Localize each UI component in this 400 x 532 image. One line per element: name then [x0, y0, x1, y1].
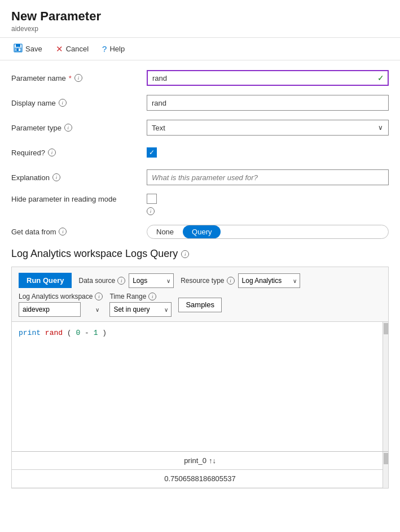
display-name-row: Display name i [11, 94, 389, 111]
code-punct-dash: - [85, 329, 89, 337]
cancel-icon: ✕ [56, 44, 63, 54]
results-row: 0.7506588186805537 [12, 470, 388, 488]
scrollbar-thumb[interactable] [384, 323, 388, 334]
parameter-name-row: Parameter name * i ✓ [11, 69, 389, 86]
hide-param-info-icon[interactable]: i [147, 207, 155, 215]
get-data-control: None Query [147, 225, 389, 239]
explanation-row: Explanation i [11, 169, 389, 186]
check-icon: ✓ [377, 73, 384, 82]
workspace-select-wrapper: aidevexp [19, 302, 103, 317]
parameter-type-label: Parameter type i [11, 124, 147, 132]
help-button[interactable]: ? Help [100, 43, 127, 55]
resource-type-select-wrapper: Log Analytics [238, 273, 300, 288]
results-area: print_0 ↑↓ 0.7506588186805537 [12, 451, 388, 488]
time-range-label: Time Range i [109, 293, 172, 300]
workspace-label: Log Analytics workspace i [19, 293, 103, 300]
run-query-button[interactable]: Run Query [19, 273, 72, 288]
time-range-select-wrapper: Set in query [109, 302, 172, 317]
datasource-select[interactable]: Logs [129, 273, 174, 288]
query-row2: Log Analytics workspace i aidevexp Time … [19, 293, 381, 317]
results-scrollbar[interactable] [383, 452, 388, 488]
datasource-label: Data source i [78, 277, 125, 285]
parameter-type-row: Parameter type i Text [11, 119, 389, 136]
workspace-group: Log Analytics workspace i aidevexp [19, 293, 103, 317]
query-panel: Run Query Data source i Logs Resource ty… [11, 267, 389, 489]
datasource-select-wrapper: Logs [129, 273, 174, 288]
results-scrollbar-thumb[interactable] [384, 453, 388, 464]
display-name-label: Display name i [11, 99, 147, 107]
explanation-control [147, 169, 389, 185]
required-label: Required? i [11, 149, 147, 157]
hide-param-checkbox[interactable] [147, 194, 157, 204]
parameter-type-info-icon[interactable]: i [64, 124, 72, 132]
get-data-info-icon[interactable]: i [59, 228, 67, 236]
code-punct-close: ) [102, 329, 107, 337]
resource-type-select[interactable]: Log Analytics [238, 273, 300, 288]
toggle-none-button[interactable]: None [147, 225, 183, 238]
display-name-input[interactable] [147, 95, 389, 111]
toggle-group: None Query [147, 225, 389, 239]
cancel-button[interactable]: ✕ Cancel [54, 43, 91, 55]
save-label: Save [25, 45, 42, 53]
parameter-name-label: Parameter name * i [11, 74, 147, 82]
required-marker: * [69, 74, 72, 82]
time-range-group: Time Range i Set in query [109, 293, 172, 317]
workspace-select[interactable]: aidevexp [19, 302, 81, 317]
resource-group: Resource type i Log Analytics [181, 273, 300, 288]
code-area[interactable]: print rand ( 0 - 1 ) [12, 321, 388, 451]
samples-area: Samples [178, 298, 222, 312]
query-controls: Run Query Data source i Logs Resource ty… [12, 267, 388, 321]
help-icon: ? [102, 44, 107, 54]
code-arg-end: 1 [94, 329, 98, 337]
required-row: Required? i [11, 144, 389, 161]
help-label: Help [109, 45, 125, 53]
page-title: New Parameter [11, 9, 389, 24]
cancel-label: Cancel [66, 45, 89, 53]
save-icon [14, 43, 23, 54]
hide-param-control: i [147, 194, 157, 215]
hide-param-label-area: Hide parameter in reading mode [11, 194, 147, 215]
save-button[interactable]: Save [11, 42, 45, 55]
code-funcname: rand [45, 329, 63, 337]
samples-button[interactable]: Samples [178, 298, 222, 312]
resource-type-info-icon[interactable]: i [227, 277, 235, 285]
toolbar: Save ✕ Cancel ? Help [0, 38, 400, 60]
code-line-1: print rand ( 0 - 1 ) [19, 328, 381, 339]
required-info-icon[interactable]: i [48, 149, 56, 156]
parameter-name-input[interactable] [147, 70, 389, 86]
workspace-info-icon[interactable]: i [95, 293, 103, 300]
code-arg-start: 0 [76, 329, 80, 337]
code-keyword: print [19, 329, 41, 337]
section-info-icon[interactable]: i [181, 250, 189, 258]
parameter-type-control: Text [147, 120, 389, 136]
parameter-name-info-icon[interactable]: i [74, 74, 82, 82]
page-header: New Parameter aidevexp [0, 0, 400, 38]
code-punct-open: ( [67, 329, 72, 337]
display-name-control [147, 95, 389, 111]
required-control [147, 147, 389, 158]
get-data-label: Get data from i [11, 228, 147, 236]
section-title: Log Analytics workspace Logs Query i [11, 248, 389, 260]
explanation-info-icon[interactable]: i [52, 173, 60, 181]
form-body: Parameter name * i ✓ Display name i Para… [0, 60, 400, 498]
time-range-info-icon[interactable]: i [148, 293, 156, 300]
datasource-info-icon[interactable]: i [117, 277, 125, 285]
resource-type-label: Resource type i [181, 277, 234, 285]
required-checkbox[interactable] [147, 147, 157, 158]
display-name-info-icon[interactable]: i [59, 99, 67, 107]
datasource-group: Data source i Logs [78, 273, 174, 288]
parameter-name-input-wrapper: ✓ [147, 70, 389, 86]
svg-rect-3 [16, 49, 19, 51]
parameter-type-select[interactable]: Text [147, 120, 389, 136]
page-subtitle: aidevexp [11, 25, 389, 33]
code-scrollbar[interactable] [383, 322, 388, 451]
get-data-row: Get data from i None Query [11, 223, 389, 240]
explanation-label: Explanation i [11, 173, 147, 182]
time-range-select[interactable]: Set in query [109, 302, 172, 317]
hide-param-row: Hide parameter in reading mode i [11, 194, 389, 215]
results-header: print_0 ↑↓ [12, 452, 388, 470]
explanation-input[interactable] [147, 169, 389, 185]
query-row1: Run Query Data source i Logs Resource ty… [19, 273, 381, 288]
svg-rect-1 [16, 44, 20, 47]
toggle-query-button[interactable]: Query [183, 225, 221, 238]
